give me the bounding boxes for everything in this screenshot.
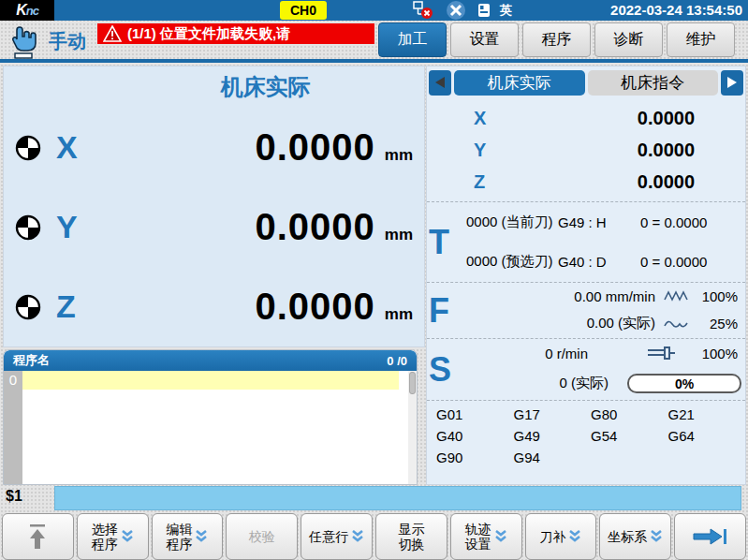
tab-diagnosis[interactable]: 诊断 — [594, 22, 663, 57]
coord-tabbar: 机床实际 机床指令 — [427, 66, 745, 98]
spindle-section-label: S — [427, 339, 453, 400]
channel-badge: CH0 — [280, 1, 327, 20]
network-disconnected-icon — [412, 1, 434, 20]
gcode: G80 — [591, 406, 668, 428]
softkey-return-button[interactable] — [2, 513, 74, 560]
softkey-coord-system[interactable]: 坐标系 — [599, 513, 671, 560]
softkey-label: 坐标系 — [608, 529, 647, 544]
spindle-row-actual: 0 (实际) 0% — [453, 374, 745, 393]
spindle-load-progressbar: 0% — [627, 374, 741, 393]
preselect-tool-number: 0000 (预选刀) — [453, 253, 558, 271]
double-chevron-down-icon — [650, 529, 663, 544]
return-up-arrow-icon — [27, 523, 48, 551]
softkey-track-settings[interactable]: 轨迹设置 — [450, 513, 522, 560]
softkey-label: 选择 — [92, 522, 118, 537]
softkey-arbitrary-line[interactable]: 任意行 — [301, 513, 373, 560]
program-panel: 程序名 0 /0 0 — [3, 349, 418, 485]
softkey-verify[interactable]: 校验 — [226, 513, 298, 560]
brand-logo: Knc — [0, 0, 54, 21]
channel-label: $1 — [6, 488, 22, 505]
language-indicator[interactable]: 英 — [500, 2, 512, 19]
softkey-display-switch[interactable]: 显示切换 — [375, 513, 447, 560]
coord-tab-machine-actual[interactable]: 机床实际 — [454, 70, 585, 96]
softkey-edit-program[interactable]: 编辑程序 — [152, 513, 224, 560]
coord-row-y: Y 0.0000 — [427, 140, 745, 161]
feed-actual-percent: 25% — [697, 316, 745, 332]
close-icon[interactable] — [444, 0, 468, 21]
softkey-tool-comp[interactable]: 刀补 — [525, 513, 597, 560]
tool-length-comp-gcode: G49 : H — [558, 214, 640, 230]
feed-command-value: 0.00 mm/min — [453, 288, 655, 304]
tool-section: T 0000 (当前刀) G49 : H 0 = 0.0000 0000 (预选… — [427, 202, 745, 283]
titlebar: Knc CH0 英 2022-03-24 13:54:50 — [0, 0, 748, 21]
status-panel: 机床实际 机床指令 X 0.0000 Y 0.0000 Z 0.0000 T 0… — [426, 66, 746, 485]
rapid-override-wave-icon — [664, 290, 688, 302]
axis-letter: Z — [56, 288, 99, 325]
tool-row-preselect: 0000 (预选刀) G40 : D 0 = 0.0000 — [453, 253, 745, 271]
modebar: 手动 (1/1) 位置文件加载失败,请 加工 设置 程序 诊断 维护 — [0, 21, 748, 63]
axis-unit: mm — [385, 305, 413, 324]
double-chevron-down-icon — [494, 529, 507, 544]
axis-letter: Y — [56, 209, 99, 245]
gcode — [591, 449, 668, 471]
softkey-label: 切换 — [398, 537, 424, 552]
softkey-label: 刀补 — [539, 529, 565, 544]
double-chevron-down-icon — [121, 529, 134, 544]
softkey-next-page[interactable] — [674, 513, 746, 560]
sine-wave-icon — [664, 318, 688, 330]
double-chevron-down-icon — [195, 529, 208, 544]
axis-letter: X — [56, 129, 99, 166]
coord-axis-label: X — [427, 108, 486, 129]
program-scrollbar[interactable] — [408, 371, 417, 484]
coord-axis-value: 0.0000 — [638, 171, 745, 193]
current-tool-number: 0000 (当前刀) — [453, 214, 558, 231]
tool-row-current: 0000 (当前刀) G49 : H 0 = 0.0000 — [453, 214, 745, 231]
softkey-label: 程序 — [92, 537, 118, 552]
tab-maintenance[interactable]: 维护 — [667, 22, 735, 57]
tab-scroll-left-button[interactable] — [429, 70, 451, 96]
gcode: G94 — [514, 449, 592, 471]
machine-zero-icon — [15, 214, 41, 241]
tab-machining[interactable]: 加工 — [378, 22, 447, 57]
axis-unit: mm — [385, 146, 413, 165]
tool-length-comp-value: 0 = 0.0000 — [640, 214, 745, 230]
feed-override-percent: 100% — [697, 288, 745, 304]
brand-logo-nc: nc — [26, 4, 38, 18]
modal-gcode-grid: G01 G17 G80 G21 G40 G49 G54 G64 G90 G94 — [427, 401, 745, 484]
axis-row-y: Y 0.0000 mm — [4, 187, 424, 267]
tab-program[interactable]: 程序 — [522, 22, 591, 57]
gcode: G54 — [591, 428, 668, 449]
tab-settings[interactable]: 设置 — [450, 22, 519, 57]
program-listing[interactable]: 0 — [4, 371, 417, 484]
alert-message: (1/1) 位置文件加载失败,请 — [127, 25, 290, 43]
double-chevron-down-icon — [568, 529, 581, 544]
machine-zero-icon — [15, 294, 41, 320]
spindle-section: S 0 r/min 100% 0 (实际) 0% — [427, 339, 745, 401]
axis-value: 0.0000 — [255, 286, 374, 328]
main-tabs: 加工 设置 程序 诊断 维护 — [378, 22, 735, 57]
feed-row-command: 0.00 mm/min 100% — [453, 288, 745, 304]
coord-row-x: X 0.0000 — [427, 108, 745, 129]
coord-axis-value: 0.0000 — [638, 108, 745, 129]
coord-tab-machine-command[interactable]: 机床指令 — [588, 70, 719, 96]
tab-scroll-right-button[interactable] — [721, 70, 743, 96]
axis-row-x: X 0.0000 mm — [4, 108, 424, 187]
alert-bar[interactable]: (1/1) 位置文件加载失败,请 — [97, 23, 374, 44]
next-page-arrow-icon — [692, 526, 729, 547]
machine-actual-panel: 机床实际 X 0.0000 mm Y 0.0000 mm — [3, 66, 425, 347]
gcode: G90 — [436, 449, 514, 471]
softkey-select-program[interactable]: 选择程序 — [77, 513, 149, 560]
coord-values: X 0.0000 Y 0.0000 Z 0.0000 — [427, 98, 745, 202]
spindle-row-speed: 0 r/min 100% — [453, 346, 745, 361]
input-method-icon[interactable] — [477, 3, 491, 18]
line-number-gutter: 0 — [4, 371, 22, 484]
program-panel-header: 程序名 0 /0 — [4, 350, 417, 371]
scrollbar-thumb[interactable] — [409, 372, 416, 394]
double-chevron-down-icon — [351, 529, 364, 544]
current-program-line[interactable] — [22, 371, 399, 390]
axis-value: 0.0000 — [255, 126, 374, 169]
datetime: 2022-03-24 13:54:50 — [610, 0, 742, 21]
gcode: G17 — [514, 406, 592, 428]
gcode: G40 — [436, 428, 514, 449]
mdi-input-bar[interactable] — [54, 486, 741, 510]
